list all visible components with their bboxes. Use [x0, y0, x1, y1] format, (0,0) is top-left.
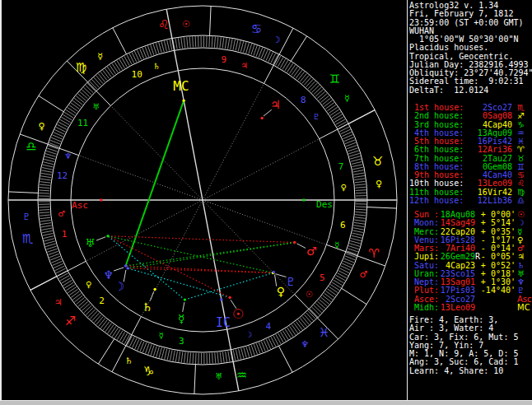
zodiac-sign-icon: ♌ — [517, 179, 525, 188]
house-number: 8 — [301, 95, 306, 105]
angle-dot-ic — [220, 298, 222, 300]
aspect-line-square — [128, 268, 273, 273]
sign-glyph-aries-icon: ♈ — [368, 246, 379, 261]
house-label: 6th house: — [409, 146, 464, 154]
natal-chart-wheel: ♈♂♉♀♊☿♋☽♌☉♍☿♎♀♏♇♐♃♑♄♒♅♓♆1♂2♀3☿4☽5☉6☿7♀8♇… — [0, 0, 407, 405]
planet-position-value: 26Gem29 — [439, 253, 475, 261]
info-line: DeltaT: 12.0124 — [409, 86, 532, 95]
planet-row: Jupi:26Gem29R- 0°05'♃ — [409, 253, 532, 261]
asc-label: Asc — [72, 200, 88, 211]
house-cusp-line — [30, 261, 86, 290]
sign-boundary-line — [291, 36, 306, 61]
sign-boundary-line — [367, 207, 397, 209]
planet-glyph-saturn-icon: ♄ — [142, 300, 152, 314]
sign-ruler-icon: ☉ — [182, 19, 190, 30]
house-ruler-icon: ♅ — [92, 102, 100, 111]
house-cusp-line — [203, 200, 326, 244]
aspect-line-trine — [108, 236, 273, 273]
chart-statistics: Fire: 4, Earth: 3,Air : 3, Water: 4Car: … — [409, 316, 532, 375]
sign-ruler-icon: ♀ — [39, 121, 45, 132]
house-ruler-icon: ♆ — [64, 151, 72, 161]
house-ruler-icon: ♃ — [240, 61, 248, 70]
planet-dot-neptune — [124, 264, 127, 267]
info-panel: Astrolog32 v. 1.34Fri, February 7, 18122… — [409, 0, 532, 400]
planet-glyph-pluto-icon: ♇ — [286, 275, 296, 288]
sign-glyph-capricorn-icon: ♑ — [143, 364, 154, 379]
planet-glyph-moon-icon: ☽ — [114, 280, 124, 293]
angle-dot-asc — [100, 198, 102, 201]
house-number: 9 — [221, 54, 226, 65]
planet-icon: ♇ — [517, 286, 525, 295]
planet-dot-moon — [126, 267, 128, 269]
house-cusp-line — [320, 109, 375, 138]
sign-glyph-leo-icon: ♌ — [158, 17, 169, 32]
planet-position-value: 17Pis03 — [439, 286, 475, 295]
planet-pointer — [296, 244, 306, 249]
house-label: 12th house: — [409, 197, 464, 205]
planet-glyph-venus-icon: ♀ — [277, 285, 285, 298]
chart-info: Astrolog32 v. 1.34Fri, February 7, 18122… — [409, 2, 532, 95]
house-number: 12 — [57, 170, 68, 181]
sign-ruler-icon: ♂ — [359, 269, 367, 280]
sign-ruler-icon: ♀ — [376, 179, 382, 189]
aspect-line-trine — [126, 100, 184, 266]
planet-icon: ♃ — [517, 253, 525, 261]
sign-ruler-icon: ♃ — [54, 297, 63, 308]
panel-divider — [407, 0, 408, 400]
sign-boundary-line — [194, 365, 196, 394]
planet-dot-sun — [229, 296, 231, 299]
house-ruler-icon: ☉ — [306, 290, 313, 299]
house-ruler-icon: ♂ — [58, 209, 65, 218]
house-ruler-icon: ♄ — [153, 62, 161, 71]
house-number: 6 — [340, 220, 346, 230]
planet-pointer — [96, 237, 105, 240]
house-cusp-value: 12Lib36 — [464, 197, 512, 205]
house-cusp-line — [203, 139, 320, 200]
sign-boundary-line — [210, 6, 212, 35]
planet-pointer — [275, 274, 286, 277]
planet-dot-jupiter — [261, 117, 264, 119]
zodiac-sign-icon: ♐ — [517, 112, 525, 120]
house-cusp-value: 0Sag08 — [464, 112, 512, 120]
planet-glyph-sun-icon: ☉ — [232, 306, 244, 322]
window-left-border — [0, 0, 2, 401]
house-cusp-line — [110, 105, 203, 200]
house-number: 2 — [99, 296, 105, 306]
zodiac-sign-icon: ♈ — [517, 146, 525, 154]
planet-row: Plut:17Pis03-14°40'♇ — [409, 286, 532, 295]
house-row: 12th house:12Lib36♎ — [409, 197, 532, 205]
planet-glyph-mars-icon: ♂ — [306, 244, 317, 258]
sign-ruler-icon: ☿ — [97, 51, 103, 62]
sign-ruler-icon: ☽ — [273, 35, 281, 45]
astrolog32-window: ♈♂♉♀♊☿♋☽♌☉♍☿♎♀♏♇♐♃♑♄♒♅♓♆1♂2♀3☿4☽5☉6☿7♀8♇… — [0, 0, 532, 405]
house-number: 11 — [77, 118, 88, 128]
planet-row: Midh:13Leo09MC — [409, 304, 532, 312]
house-number: 7 — [338, 161, 344, 172]
planet-dot-mars — [293, 241, 296, 244]
house-cusp-value: 12Ari36 — [464, 146, 512, 154]
house-cusp-line — [203, 200, 295, 295]
sign-boundary-line — [113, 28, 127, 54]
planet-glyph-neptune-icon: ♆ — [104, 268, 114, 282]
aspect-line-sesquiquadrate — [108, 236, 295, 243]
house-ruler-icon: ♀ — [341, 183, 347, 192]
zodiac-sign-icon: ♎ — [517, 197, 525, 205]
house-row: 6th house:12Ari36♈ — [409, 146, 532, 154]
des-label: Des — [316, 199, 333, 210]
sign-ruler-icon: ♆ — [301, 339, 309, 350]
ic-label: IC — [216, 315, 231, 330]
house-cusp-list: 1st house:2Sco27♏ 2nd house:0Sag08♐ 3rd … — [409, 104, 532, 205]
planet-dot-mercury — [184, 298, 186, 300]
planet-pointer — [183, 302, 184, 312]
planet-label: Moon: — [409, 219, 439, 227]
planet-glyph-uranus-icon: ♅ — [85, 236, 96, 249]
planet-label: Plut: — [409, 286, 439, 295]
house-ruler-icon: ♀ — [86, 280, 91, 289]
stats-line: Learn: 4, Share: 10 — [409, 367, 532, 375]
sign-boundary-line — [279, 346, 293, 372]
aspect-line-sextile — [184, 272, 273, 300]
window-bottom-border — [0, 400, 532, 405]
sign-ruler-icon: ☿ — [344, 93, 350, 104]
planet-velocity-value: -14°40' — [480, 286, 516, 295]
mc-label: MC — [173, 78, 189, 94]
